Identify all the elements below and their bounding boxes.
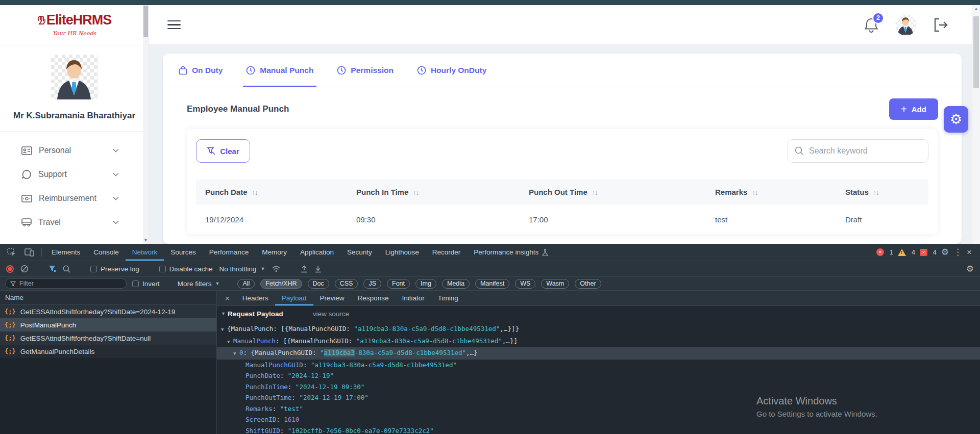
payload-row-punchdate[interactable]: PunchDate: "2024-12-19" — [217, 370, 980, 381]
scroll-up-arrow-icon[interactable]: ▲ — [972, 6, 980, 11]
sort-icon[interactable]: ↑↓ — [252, 189, 258, 196]
column-header[interactable]: Punch Out Time — [529, 188, 587, 196]
scroll-down-arrow-icon[interactable]: ▼ — [143, 238, 149, 243]
sidebar-item-personal[interactable]: Personal — [21, 143, 119, 158]
tab-permission[interactable]: Permission — [337, 54, 394, 87]
collapse-triangle-icon[interactable]: ▼ — [221, 311, 226, 316]
filter-chip-css[interactable]: CSS — [335, 279, 358, 289]
sidebar-item-support[interactable]: Support — [21, 167, 119, 182]
sort-icon[interactable]: ↑↓ — [873, 189, 879, 196]
filter-chip-ws[interactable]: WS — [515, 279, 535, 289]
filter-chip-fetch-xhr[interactable]: Fetch/XHR — [260, 279, 302, 289]
devtools-close-icon[interactable]: × — [967, 248, 972, 257]
close-details-icon[interactable]: × — [219, 291, 236, 305]
logout-button[interactable] — [933, 18, 948, 32]
add-button[interactable]: + Add — [889, 98, 938, 120]
devtools-more-menu-icon[interactable]: ⋮ — [953, 248, 962, 257]
payload-row-manualpunchguid[interactable]: ManualPunchGUID: "a119cba3-830a-c5a9-d5d… — [217, 360, 980, 371]
tab-hourly-onduty[interactable]: Hourly OnDuty — [417, 54, 486, 87]
inspect-element-icon[interactable] — [3, 244, 20, 261]
devtools-tab-recorder[interactable]: Recorder — [426, 244, 468, 261]
devtools-tab-lighthouse[interactable]: Lighthouse — [379, 244, 426, 261]
devtools-tab-security[interactable]: Security — [340, 244, 379, 261]
scrollbar-thumb[interactable] — [973, 16, 979, 88]
sort-icon[interactable]: ↑↓ — [413, 189, 419, 196]
sort-icon[interactable]: ↑↓ — [752, 189, 757, 196]
column-header[interactable]: Punch Date — [205, 188, 248, 196]
notifications-button[interactable]: 2 — [864, 17, 879, 33]
filter-chip-font[interactable]: Font — [387, 279, 410, 289]
disable-cache-checkbox[interactable]: Disable cache — [159, 265, 213, 273]
devtools-tab-network[interactable]: Network — [126, 244, 164, 261]
payload-row-root[interactable]: ▼{ManualPunch: [{ManualPunchGUID: "a119c… — [217, 323, 980, 336]
device-toolbar-icon[interactable] — [20, 244, 38, 261]
settings-fab-button[interactable]: ⚙ — [944, 106, 968, 133]
detail-tab-payload[interactable]: Payload — [275, 291, 313, 305]
sidebar-item-reimbursement[interactable]: Reimbursement — [21, 191, 119, 206]
filter-toggle-icon[interactable] — [48, 265, 56, 272]
sort-icon[interactable]: ↑↓ — [592, 189, 598, 196]
payload-row-manualpunch[interactable]: ▼ManualPunch: [{ManualPunchGUID: "a119cb… — [217, 336, 980, 348]
devtools-tab-application[interactable]: Application — [293, 244, 340, 261]
request-list-name-header[interactable]: Name — [0, 291, 216, 305]
column-header[interactable]: Status — [845, 188, 869, 196]
network-settings-gear-icon[interactable]: ⚙ — [966, 265, 974, 273]
payload-row-shiftguid[interactable]: ShiftGUID: "102bcffb-7e56-0bc0-ea7e-097e… — [217, 425, 980, 434]
table-row[interactable]: 19/12/2024 09:30 17:00 test Draft — [196, 205, 928, 234]
view-source-link[interactable]: view source — [313, 310, 349, 318]
clear-filter-button[interactable]: Clear — [196, 139, 250, 163]
payload-row-punchintime[interactable]: PunchInTime: "2024-12-19 09:30" — [217, 381, 980, 393]
tab-manual-punch[interactable]: Manual Punch — [246, 54, 313, 87]
devtools-tab-performance-insights[interactable]: Performance insights — [467, 244, 555, 261]
devtools-settings-gear-icon[interactable]: ⚙ — [941, 248, 949, 257]
hamburger-menu-icon[interactable] — [167, 18, 181, 32]
throttling-dropdown[interactable]: No throttling ▼ — [219, 265, 265, 273]
detail-tab-timing[interactable]: Timing — [431, 291, 465, 305]
filter-chip-all[interactable]: All — [237, 279, 255, 289]
detail-tab-preview[interactable]: Preview — [313, 291, 351, 305]
network-conditions-icon[interactable] — [272, 265, 281, 272]
profile-avatar[interactable] — [895, 14, 917, 36]
network-search-icon[interactable] — [63, 265, 70, 273]
devtools-tab-memory[interactable]: Memory — [255, 244, 293, 261]
request-row-selected[interactable]: {;} PostManualPunch — [0, 318, 216, 331]
devtools-tab-sources[interactable]: Sources — [164, 244, 203, 261]
filter-chip-media[interactable]: Media — [442, 279, 470, 289]
export-har-icon[interactable] — [301, 265, 308, 273]
console-warning-icon[interactable] — [898, 249, 906, 256]
filter-chip-img[interactable]: Img — [415, 279, 436, 289]
page-scrollbar[interactable]: ▲ — [972, 5, 980, 244]
request-row[interactable]: {;} GetManualPunchDetails — [0, 345, 216, 358]
detail-tab-headers[interactable]: Headers — [236, 291, 275, 305]
request-row[interactable]: {;} GetESSAttndShiftfortheday?ShiftDate=… — [0, 305, 216, 318]
sidebar-scrollbar[interactable]: ▼ — [143, 5, 149, 244]
invert-checkbox[interactable]: Invert — [132, 280, 160, 288]
console-error-icon[interactable]: × — [876, 248, 884, 256]
request-row[interactable]: {;} GetESSAttndShiftfortheday?ShiftDate=… — [0, 331, 216, 345]
network-filter-input[interactable] — [19, 280, 121, 287]
devtools-tab-console[interactable]: Console — [87, 244, 126, 261]
filter-chip-manifest[interactable]: Manifest — [475, 279, 509, 289]
filter-chip-doc[interactable]: Doc — [308, 279, 329, 289]
tab-on-duty[interactable]: On Duty — [179, 54, 223, 87]
column-header[interactable]: Punch In Time — [356, 188, 408, 196]
devtools-tab-elements[interactable]: Elements — [45, 244, 87, 261]
import-har-icon[interactable] — [314, 265, 322, 273]
devtools-tab-performance[interactable]: Performance — [203, 244, 255, 261]
preserve-log-checkbox[interactable]: Preserve log — [90, 265, 139, 273]
issues-icon[interactable]: × — [920, 249, 927, 256]
search-input[interactable] — [809, 146, 921, 156]
column-header[interactable]: Remarks — [715, 188, 747, 196]
sidebar-item-travel[interactable]: Travel — [21, 215, 119, 230]
clear-network-log-icon[interactable] — [20, 265, 29, 273]
filter-chip-other[interactable]: Other — [575, 279, 601, 289]
filter-chip-js[interactable]: JS — [363, 279, 381, 289]
detail-tab-response[interactable]: Response — [351, 291, 396, 305]
more-filters-dropdown[interactable]: More filters ▼ — [178, 280, 220, 288]
detail-tab-initiator[interactable]: Initiator — [395, 291, 431, 305]
scrollbar-thumb[interactable] — [143, 6, 148, 37]
sidebar-item-label: Support — [38, 170, 67, 179]
record-network-log-button[interactable] — [6, 265, 14, 273]
filter-chip-wasm[interactable]: Wasm — [541, 279, 569, 289]
payload-row-index-0[interactable]: ▼0: {ManualPunchGUID: "a119cba3-830a-c5a… — [217, 347, 980, 360]
